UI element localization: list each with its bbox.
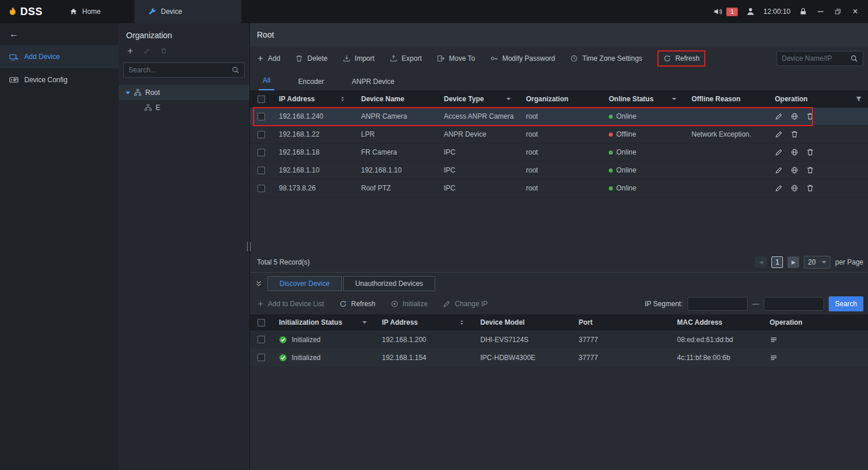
delete-icon[interactable] — [806, 148, 814, 156]
col-initialization-status: Initialization Status — [272, 314, 375, 331]
row-checkbox[interactable] — [258, 113, 265, 120]
edit-icon[interactable] — [775, 166, 783, 174]
delete-icon[interactable] — [790, 130, 799, 138]
sort-icon[interactable] — [339, 96, 346, 102]
row-checkbox[interactable] — [258, 167, 265, 174]
tab-device[interactable]: Device — [134, 0, 241, 23]
table-row[interactable]: Initialized 192.168.1.154 IPC-HDBW4300E … — [250, 348, 868, 366]
prev-page-button[interactable]: ◀ — [755, 256, 767, 268]
user-icon[interactable] — [746, 7, 755, 16]
sort-icon[interactable] — [458, 319, 465, 326]
row-checkbox[interactable] — [258, 185, 265, 192]
tab-home[interactable]: Home — [54, 0, 116, 23]
edit-icon[interactable] — [775, 148, 783, 156]
back-button[interactable]: ← — [0, 23, 119, 45]
page-size-select[interactable]: 20 — [804, 256, 830, 269]
chevron-down-icon — [822, 261, 826, 263]
tab-encoder[interactable]: Encoder — [294, 78, 328, 90]
edit-icon[interactable] — [775, 184, 783, 192]
export-icon — [389, 54, 398, 63]
tree-node-child[interactable]: E — [119, 100, 249, 115]
move-to-button[interactable]: Move To — [437, 54, 475, 63]
modify-password-button[interactable]: Modify Password — [490, 54, 555, 63]
next-page-button[interactable]: ▶ — [788, 256, 799, 268]
device-search-icon[interactable] — [850, 54, 858, 63]
org-child-icon — [144, 104, 152, 112]
tab-discover-device[interactable]: Discover Device — [267, 276, 342, 291]
discover-panel: Discover Device Unauthorized Devices Add… — [250, 272, 868, 470]
initialize-button[interactable]: Initialize — [391, 300, 428, 308]
key-icon — [490, 54, 498, 63]
import-button[interactable]: Import — [343, 54, 374, 63]
current-page[interactable]: 1 — [771, 256, 783, 268]
ip-segment-end-input[interactable] — [764, 297, 824, 311]
add-to-device-list-button[interactable]: Add to Device List — [257, 300, 324, 308]
details-menu-icon[interactable] — [770, 354, 778, 362]
table-row[interactable]: 192.168.1.22 LPR ANPR Device root Offlin… — [250, 126, 868, 144]
delete-icon[interactable] — [806, 166, 814, 174]
org-search-input[interactable] — [128, 66, 231, 74]
web-browser-icon[interactable] — [790, 166, 799, 174]
panel-resize-handle[interactable] — [247, 242, 251, 251]
online-status-filter-icon[interactable] — [672, 98, 676, 100]
device-toolbar: Add Delete Import Export Move To Modify … — [250, 46, 868, 71]
discover-refresh-button[interactable]: Refresh — [339, 300, 376, 308]
select-all-checkbox[interactable] — [258, 319, 265, 326]
delete-icon[interactable] — [806, 112, 814, 120]
web-browser-icon[interactable] — [790, 148, 799, 156]
org-delete-icon[interactable] — [160, 47, 167, 56]
delete-button[interactable]: Delete — [295, 54, 328, 63]
tree-expander-icon[interactable] — [126, 91, 130, 94]
export-button[interactable]: Export — [389, 54, 422, 63]
init-status-filter-icon[interactable] — [362, 321, 367, 324]
row-checkbox[interactable] — [258, 149, 265, 156]
edit-icon[interactable] — [775, 130, 783, 138]
device-search-input[interactable] — [782, 54, 850, 63]
row-checkbox[interactable] — [258, 336, 265, 343]
device-type-filter-icon[interactable] — [506, 98, 511, 100]
org-edit-icon[interactable] — [144, 47, 150, 56]
col-ip-address[interactable]: IP Address — [272, 90, 354, 108]
table-row[interactable]: 192.168.1.240 ANPR Camera Access ANPR Ca… — [250, 108, 868, 126]
alarm-count-badge: 1 — [726, 8, 738, 16]
lock-screen-icon[interactable] — [799, 7, 808, 16]
refresh-button[interactable]: Refresh — [663, 54, 700, 63]
sidebar-item-device-config[interactable]: Device Config — [0, 68, 119, 91]
web-browser-icon[interactable] — [790, 184, 799, 192]
cell-mac: 4c:11:bf:8e:00:6b — [670, 354, 763, 362]
col-ip-address[interactable]: IP Address — [375, 314, 473, 331]
collapse-panel-icon[interactable] — [255, 280, 263, 288]
tab-all[interactable]: All — [259, 76, 274, 90]
offline-status-dot — [609, 133, 613, 137]
ip-segment-start-input[interactable] — [687, 297, 748, 311]
org-search-icon[interactable] — [231, 66, 240, 74]
tree-node-root[interactable]: Root — [119, 85, 249, 100]
alarm-sound-icon[interactable] — [713, 7, 723, 16]
org-add-icon[interactable] — [127, 47, 134, 56]
select-all-checkbox[interactable] — [258, 96, 265, 103]
close-icon[interactable]: × — [851, 7, 860, 16]
time-zone-settings-button[interactable]: Time Zone Settings — [570, 54, 642, 63]
table-row[interactable]: 192.168.1.10 192.168.1.10 IPC root Onlin… — [250, 161, 868, 179]
minimize-icon[interactable] — [816, 7, 825, 16]
web-browser-icon[interactable] — [790, 112, 799, 120]
add-button[interactable]: Add — [257, 54, 280, 63]
table-row[interactable]: 192.168.1.18 FR Camera IPC root Online — [250, 144, 868, 161]
edit-icon[interactable] — [775, 112, 783, 120]
cell-status: Online — [602, 166, 685, 174]
sidebar-item-add-device[interactable]: Add Device — [0, 45, 119, 68]
change-ip-button[interactable]: Change IP — [443, 300, 488, 308]
tab-anpr-device[interactable]: ANPR Device — [348, 78, 398, 90]
table-row[interactable]: 98.173.8.26 Roof PTZ IPC root Online — [250, 179, 868, 197]
tab-unauthorized-devices[interactable]: Unauthorized Devices — [343, 276, 435, 291]
ip-search-button[interactable]: Search — [829, 296, 863, 311]
details-menu-icon[interactable] — [770, 336, 778, 344]
sidebar-add-device-label: Add Device — [24, 53, 60, 61]
row-checkbox[interactable] — [258, 131, 265, 138]
table-row[interactable]: Initialized 192.168.1.200 DHI-EVS7124S 3… — [250, 331, 868, 348]
table-footer: Total 5 Record(s) ◀ 1 ▶ 20 per Page — [250, 252, 868, 273]
column-filter-icon[interactable] — [855, 96, 862, 102]
row-checkbox[interactable] — [258, 354, 265, 361]
delete-icon[interactable] — [806, 184, 814, 192]
restore-window-icon[interactable] — [833, 7, 843, 16]
